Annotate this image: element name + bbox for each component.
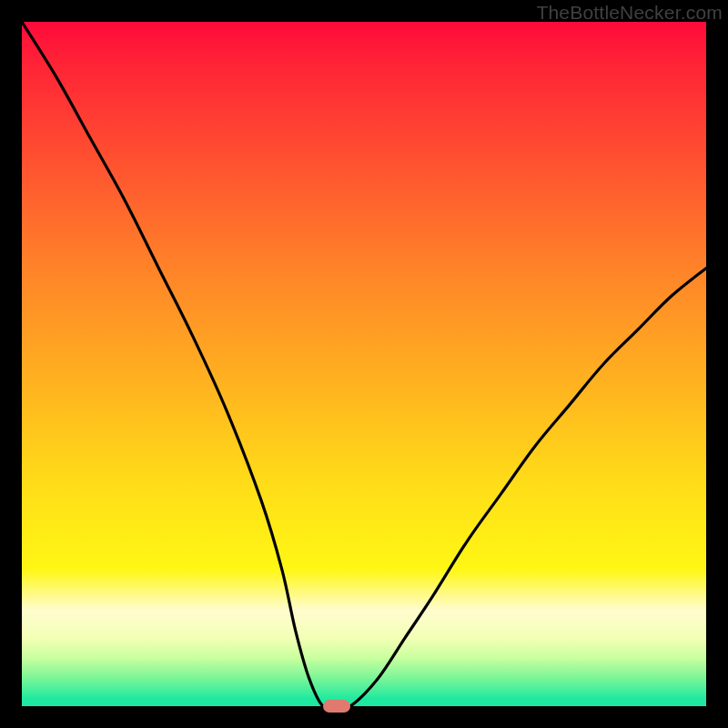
plot-area: [22, 22, 706, 706]
optimum-marker: [323, 700, 350, 713]
chart-frame: TheBottleNecker.com: [0, 0, 728, 728]
bottleneck-curve: [22, 22, 706, 706]
watermark-text: TheBottleNecker.com: [536, 2, 723, 24]
